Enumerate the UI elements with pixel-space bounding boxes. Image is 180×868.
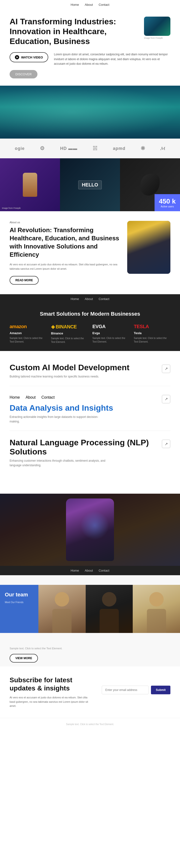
about-image — [127, 221, 170, 274]
service-arrow-1[interactable] — [162, 365, 170, 373]
nav-home[interactable]: Home — [71, 3, 79, 6]
service-desc-2: Extracting actionable insights from larg… — [10, 415, 106, 424]
nav-contact[interactable]: Contact — [99, 3, 109, 6]
logo-flower: ❋ — [141, 145, 145, 152]
partners-title: Smart Solutions for Modern Businesses — [10, 311, 170, 317]
robot-banner — [0, 494, 180, 566]
logo-m: 𝓜 — [160, 146, 165, 151]
service-desc-3: Enhancing customer interactions through … — [10, 459, 106, 468]
logo-ogie: ogie — [15, 146, 25, 151]
logo-m-text: 𝓜 — [160, 146, 165, 151]
sample-text: Sample text. Click to select the Text El… — [10, 646, 170, 651]
robot-glow — [80, 511, 109, 540]
team-label: Our team — [5, 592, 34, 598]
footer: Sample text. Click to select the Text El… — [0, 718, 180, 731]
subscribe-description: At vero eos et accusam et justo duo dolo… — [10, 695, 92, 708]
service-title-1: Custom AI Model Development — [10, 363, 158, 372]
discover-button[interactable]: DISCOVER — [10, 70, 37, 79]
blob-shape — [140, 174, 159, 195]
logo-hd-text: HD ▬▬ — [60, 146, 77, 151]
hero-title: AI Transforming Industries: Innovation i… — [10, 17, 139, 46]
flower-icon: ❋ — [141, 145, 145, 152]
tesla-desc: Sample text. Click to select the Text El… — [134, 336, 171, 344]
service-desc-1: Building tailored machine learning model… — [10, 374, 106, 379]
partner-binance: ◈ BINANCE Binance Sample text. Click to … — [51, 324, 88, 344]
image-cell-blob: 450 k Active users — [120, 158, 180, 211]
service-item-2: Home About Contact Data Analysis and Ins… — [10, 393, 170, 431]
body-rect-2 — [100, 609, 119, 633]
about-section: About us AI Revolution: Transforming Hea… — [0, 211, 180, 294]
hero-section: AI Transforming Industries: Innovation i… — [0, 9, 180, 86]
head-circle-3 — [149, 592, 164, 607]
images-grid: Image from Freepik HELLO 450 k Active us… — [0, 158, 180, 211]
footer-text: Sample text. Click to select the Text El… — [10, 723, 170, 725]
hero-image-label: Image from Freepik — [144, 37, 170, 39]
nav-about[interactable]: About — [85, 3, 93, 6]
dark-nav-home[interactable]: Home — [71, 297, 79, 301]
team-photo-1 — [38, 585, 86, 633]
team-photo-3 — [133, 585, 180, 633]
evga-desc: Sample text. Click to select the Text El… — [93, 336, 129, 344]
logo-circuit: ☵ — [93, 145, 98, 152]
dark-nav-2-home[interactable]: Home — [71, 569, 79, 572]
partner-amazon: amazon Amazon Sample text. Click to sele… — [10, 324, 46, 344]
partner-tesla: TESLA Tesla Sample text. Click to select… — [134, 324, 171, 344]
subscribe-title: Subscribe for latest updates & insights — [10, 676, 92, 692]
subscribe-section: Subscribe for latest updates & insights … — [0, 666, 180, 718]
services-section: Custom AI Model Development Building tai… — [0, 351, 180, 494]
binance-name: Binance — [51, 332, 88, 335]
team-sub: Meet Our Friends — [5, 601, 34, 603]
logo-apmd-text: apmd — [113, 146, 125, 151]
stats-badge: 450 k Active users — [154, 194, 180, 211]
partners-section: Smart Solutions for Modern Businesses am… — [0, 304, 180, 351]
dark-nav-2-contact[interactable]: Contact — [99, 569, 109, 572]
amazon-name: Amazon — [10, 331, 46, 335]
inline-nav-home[interactable]: Home — [10, 395, 20, 400]
vr-banner — [0, 86, 180, 138]
stats-number: 450 k — [159, 197, 176, 205]
watch-video-label: WATCH VIDEO — [21, 56, 43, 59]
partners-grid: amazon Amazon Sample text. Click to sele… — [10, 324, 170, 344]
watch-video-button[interactable]: WATCH VIDEO — [10, 52, 48, 62]
team-photos — [38, 585, 180, 633]
main-nav: Home About Contact — [0, 0, 180, 9]
team-sidebar: Our team Meet Our Friends — [0, 585, 38, 633]
sample-area: Sample text. Click to select the Text El… — [0, 643, 180, 666]
logo-hd: HD ▬▬ — [60, 146, 77, 151]
read-more-button[interactable]: READ MORE — [10, 276, 39, 285]
image-cell-hand: Image from Freepik — [0, 158, 60, 211]
dark-nav-contact[interactable]: Contact — [99, 297, 109, 301]
inline-nav-contact[interactable]: Contact — [41, 395, 55, 400]
view-more-button[interactable]: VIEW MORE — [10, 654, 38, 662]
service-title-2: Data Analysis and Insights — [10, 403, 158, 412]
hero-description: Lorem ipsum dolor sit amet, consectetur … — [54, 52, 170, 66]
image-label: Image from Freepik — [2, 207, 21, 209]
head-circle-1 — [55, 592, 69, 607]
email-input[interactable] — [102, 686, 149, 694]
robot-figure — [66, 498, 114, 561]
team-section: Our team Meet Our Friends — [0, 575, 180, 643]
dark-nav-about[interactable]: About — [85, 297, 93, 301]
dark-nav-2-about[interactable]: About — [85, 569, 93, 572]
service-arrow-2[interactable] — [162, 395, 170, 403]
about-title: AI Revolution: Transforming Healthcare, … — [10, 226, 120, 259]
evga-logo: EVGA — [93, 324, 129, 329]
tesla-name: Tesla — [134, 331, 171, 335]
hand-shape — [23, 173, 37, 197]
logo-ogie-text: ogie — [15, 146, 25, 151]
service-arrow-3[interactable] — [162, 439, 170, 448]
partner-evga: EVGA Evga Sample text. Click to select t… — [93, 324, 129, 344]
service-item-1: Custom AI Model Development Building tai… — [10, 363, 170, 386]
dark-nav: Home About Contact — [0, 294, 180, 304]
gear-icon: ⚙ — [40, 145, 45, 152]
inline-nav-about[interactable]: About — [26, 395, 36, 400]
binance-desc: Sample text. Click to select the Text El… — [51, 337, 88, 344]
amazon-logo: amazon — [10, 324, 46, 329]
dark-nav-2: Home About Contact — [0, 566, 180, 575]
subscribe-button[interactable]: Submit — [151, 686, 170, 694]
circuit-icon: ☵ — [93, 145, 98, 152]
logos-section: ogie ⚙ HD ▬▬ ☵ apmd ❋ 𝓜 — [0, 138, 180, 158]
body-rect-3 — [147, 609, 166, 633]
inline-nav: Home About Contact — [10, 393, 158, 402]
logo-apmd: apmd — [113, 146, 125, 151]
